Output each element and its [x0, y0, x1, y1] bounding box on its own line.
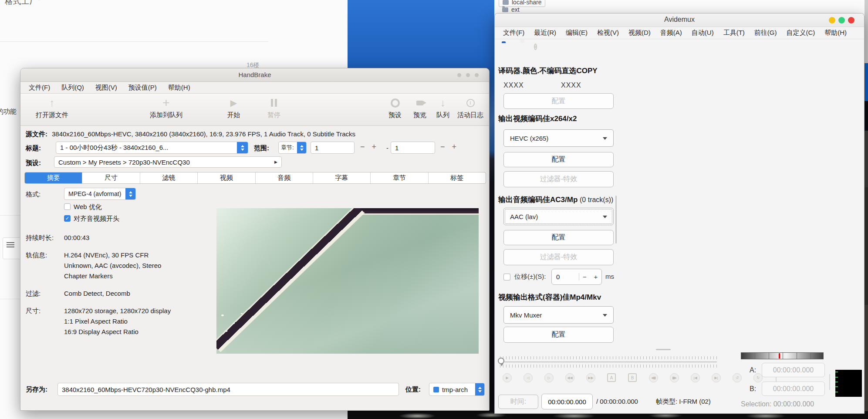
volume-marker[interactable] [779, 353, 780, 358]
menu-video[interactable]: 视频(D) [624, 29, 655, 37]
menu-help[interactable]: 帮助(H) [820, 29, 851, 37]
splitter-handle[interactable] [656, 349, 671, 350]
menu-queue[interactable]: 队列(Q) [56, 84, 90, 92]
web-optimized-checkbox[interactable] [64, 203, 71, 210]
save-filename-input[interactable]: 3840x2160_60Mbps-HEVC720p30-NVEncCQ30-gh… [57, 383, 399, 396]
menu-auto[interactable]: 自动(U) [687, 29, 719, 37]
seek-slider-track[interactable] [500, 362, 717, 362]
b-time-input[interactable]: 00:00:00.000 [762, 382, 825, 396]
preset-select[interactable]: Custom > My Presets > 720p30-NVEncCQ30 ▶ [54, 156, 282, 168]
previous-button[interactable]: ◁ [524, 373, 533, 382]
audio-codec-select[interactable]: AAC (lav) [503, 208, 614, 225]
next-button[interactable]: ▷ [544, 373, 554, 382]
rewind-button[interactable]: ◀◀ [565, 373, 574, 382]
plus-button[interactable]: + [372, 142, 377, 152]
menu-presets[interactable]: 预设值(P) [123, 84, 162, 92]
chapter-from-input[interactable]: 1 [311, 142, 355, 154]
start-button[interactable]: ▶ 开始 [222, 95, 246, 119]
title-select[interactable]: 1 - 00小时00分43秒 - 3840x2160_6... [56, 142, 248, 154]
video-codec-select[interactable]: HEVC (x265) [503, 129, 614, 147]
menu-go[interactable]: 前往(G) [750, 29, 782, 37]
previous-frame-button[interactable]: ◀▮ [649, 373, 658, 382]
window-button[interactable] [475, 73, 479, 77]
tab-subtitles[interactable]: 字幕 [313, 172, 370, 183]
menu-view[interactable]: 检视(V) [592, 29, 624, 37]
audio-filters-button[interactable]: 过滤器-特效 [503, 249, 614, 265]
format-select[interactable]: MPEG-4 (avformat) [64, 188, 136, 200]
location-select[interactable]: tmp-arch [429, 383, 485, 396]
presets-button[interactable]: 预设 [384, 95, 406, 119]
spinner-icon[interactable] [297, 142, 307, 154]
menu-view[interactable]: 视图(V) [90, 84, 123, 92]
first-frame-button[interactable]: |◀ [691, 373, 700, 382]
chapter-to-input[interactable]: 1 [391, 142, 435, 154]
tab-summary[interactable]: 摘要 [25, 172, 82, 183]
forward-60-button[interactable]: ↻ [753, 373, 763, 382]
avidemux-titlebar[interactable]: Avidemux [495, 14, 864, 27]
last-frame-button[interactable]: ▶| [712, 373, 721, 382]
a-time-input[interactable]: 00:00:00.000 [762, 363, 825, 377]
menu-help[interactable]: 帮助(H) [162, 84, 196, 92]
minus-button[interactable]: − [579, 273, 590, 280]
muxer-configure-button[interactable]: 配置 [503, 327, 614, 343]
minus-button[interactable]: − [440, 142, 445, 152]
menu-custom[interactable]: 自定义(C) [781, 29, 820, 37]
tab-dimensions[interactable]: 尺寸 [82, 172, 139, 183]
decoder-configure-button[interactable]: 配置 [503, 93, 614, 109]
menu-edit[interactable]: 编辑(E) [561, 29, 592, 37]
align-av-checkbox[interactable]: ✓ [64, 215, 71, 222]
next-frame-button[interactable]: ▮▶ [670, 373, 679, 382]
minus-button[interactable]: − [360, 142, 365, 152]
window-button[interactable] [457, 73, 461, 77]
list-icon [3, 238, 21, 252]
add-to-queue-button[interactable]: + 添加到队列 [143, 95, 189, 119]
mark-b-button[interactable]: B [628, 373, 637, 382]
window-button[interactable] [466, 73, 470, 77]
close-button[interactable] [848, 17, 854, 24]
range-mode-select[interactable]: 章节: [278, 142, 307, 154]
pause-button[interactable]: 暂停 [263, 95, 285, 119]
plus-button[interactable]: + [590, 273, 601, 280]
menu-file[interactable]: 文件(F) [23, 84, 56, 92]
tab-audio[interactable]: 音频 [255, 172, 313, 183]
play-button[interactable]: ▶ [503, 373, 512, 382]
back-60-button[interactable]: ↺ [733, 373, 742, 382]
menu-tools[interactable]: 工具(T) [719, 29, 750, 37]
plus-button[interactable]: + [452, 142, 457, 152]
presets-label: 预设 [384, 111, 406, 119]
shift-spinbox[interactable]: 0 − + [551, 269, 602, 285]
tab-filters[interactable]: 滤镜 [140, 172, 197, 183]
shift-checkbox[interactable] [503, 274, 510, 280]
spinner-icon[interactable] [237, 142, 248, 154]
muxer-select[interactable]: Mkv Muxer [503, 306, 614, 324]
volume-bar[interactable] [741, 352, 824, 359]
file-item-ext[interactable]: ext [500, 6, 522, 13]
activity-log-button[interactable]: i 活动日志 [455, 95, 486, 119]
scrollbar[interactable] [615, 196, 617, 243]
menu-recent[interactable]: 最近(R) [529, 29, 561, 37]
minimize-button[interactable] [829, 17, 835, 24]
handbrake-titlebar[interactable]: HandBrake [20, 68, 489, 82]
video-filters-button[interactable]: 过滤器-特效 [503, 171, 614, 187]
menu-audio[interactable]: 音频(A) [655, 29, 687, 37]
time-current-input[interactable]: 00:00:00.000 [541, 394, 593, 409]
mark-a-button[interactable]: A [607, 373, 616, 382]
menu-file[interactable]: 文件(F) [498, 29, 529, 37]
tab-chapters[interactable]: 章节 [370, 172, 428, 183]
pause-icon [263, 95, 285, 110]
spinner-icon[interactable] [125, 188, 136, 200]
chapter-to-stepper: − + [440, 142, 456, 152]
tab-video[interactable]: 视频 [197, 172, 255, 183]
spinner-icon[interactable] [475, 383, 485, 396]
open-source-icon: ↑ [25, 95, 79, 110]
audio-configure-button[interactable]: 配置 [503, 230, 614, 245]
maximize-button[interactable] [838, 17, 845, 24]
open-source-button[interactable]: ↑ 打开源文件 [25, 95, 79, 119]
preview-button[interactable]: 预览 [409, 95, 431, 119]
tab-tags[interactable]: 标签 [428, 172, 486, 183]
time-button[interactable]: 时间: [498, 395, 538, 409]
video-configure-button[interactable]: 配置 [503, 152, 614, 167]
queue-button[interactable]: ↓ 队列 [433, 95, 453, 119]
properties-button[interactable]: i [534, 42, 537, 51]
fast-forward-button[interactable]: ▶▶ [586, 373, 595, 382]
